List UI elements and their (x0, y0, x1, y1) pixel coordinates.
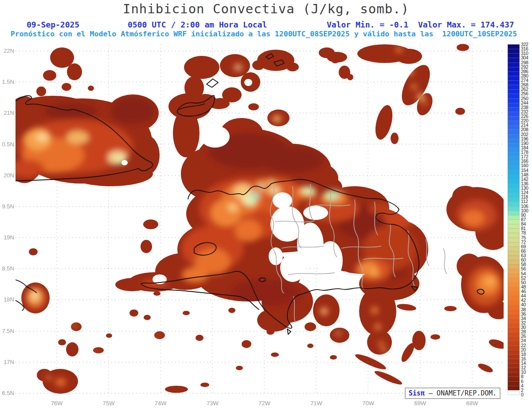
lat-tick-label: 18N (0, 297, 14, 303)
lon-tick-label: 71W (310, 400, 322, 407)
lon-tick-label: 73W (207, 400, 219, 407)
lon-tick-label: 69W (414, 400, 426, 407)
lat-tick-label: 9.5N (0, 204, 14, 210)
lat-tick-label: 22N (0, 48, 14, 54)
lon-tick-label: 74W (155, 400, 167, 407)
lon-tick-label: 68W (466, 400, 478, 407)
lat-tick-label: 1.5N (0, 79, 14, 85)
lat-tick-label: 7.5N (0, 328, 14, 334)
lon-tick-label: 72W (258, 400, 270, 407)
attribution-box: Sisπ – ONAMET/REP.DOM. (405, 388, 501, 399)
lat-tick-label: 20N (0, 172, 14, 179)
lon-tick-label: 70W (362, 400, 374, 407)
map-canvas (0, 0, 532, 411)
lon-tick-label: 75W (103, 400, 115, 407)
lat-tick-label: 0.5N (0, 141, 14, 148)
lat-tick-label: 6.5N (0, 390, 14, 396)
lon-tick-label: 76W (51, 400, 63, 407)
attribution-brand: Sisπ (409, 389, 425, 397)
colorbar-tick-label: 0 (521, 392, 532, 397)
lat-tick-label: 19N (0, 235, 14, 241)
colorbar-cell (508, 390, 520, 395)
lat-tick-label: 8.5N (0, 266, 14, 272)
cin-field (0, 40, 532, 411)
colorbar: 3223163103042982922862802742682622562502… (508, 44, 532, 399)
weather-map-page: Inhibicion Convectiva (J/kg, somb.) 09-S… (0, 0, 532, 411)
lat-tick-label: 21N (0, 110, 14, 116)
attribution-org: – ONAMET/REP.DOM. (425, 389, 497, 397)
lat-tick-label: 17N (0, 359, 14, 365)
